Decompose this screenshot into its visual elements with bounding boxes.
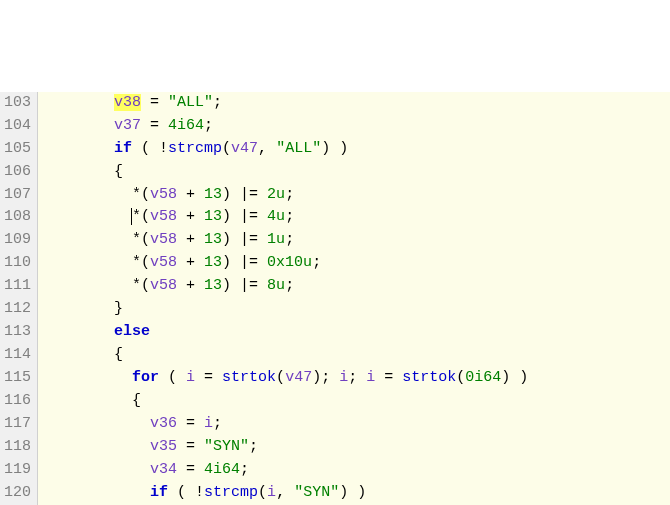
token-var: i (186, 369, 195, 386)
line-number: 112 (4, 298, 31, 321)
token-num: 4i64 (168, 117, 204, 134)
token-plain: ) |= (222, 208, 267, 225)
line-number: 117 (4, 413, 31, 436)
token-var: i (267, 484, 276, 501)
code-line[interactable]: { (42, 161, 670, 184)
token-var: v36 (150, 415, 177, 432)
token-var: v58 (150, 186, 177, 203)
line-number: 120 (4, 482, 31, 505)
token-num: 8u (267, 277, 285, 294)
code-line[interactable]: v34 = 4i64; (42, 459, 670, 482)
code-line[interactable]: v37 = 4i64; (42, 115, 670, 138)
token-num: 0i64 (465, 369, 501, 386)
token-plain: ; (312, 254, 321, 271)
token-plain: ) ) (501, 369, 528, 386)
token-plain: + (177, 254, 204, 271)
token-plain: = (141, 94, 168, 111)
token-plain: ) |= (222, 231, 267, 248)
code-line[interactable]: v36 = i; (42, 413, 670, 436)
line-number: 115 (4, 367, 31, 390)
token-plain: ) |= (222, 186, 267, 203)
code-line[interactable]: v38 = "ALL"; (42, 92, 670, 115)
line-number: 118 (4, 436, 31, 459)
token-plain: *( (132, 208, 150, 225)
token-num: 2u (267, 186, 285, 203)
code-line[interactable]: *(v58 + 13) |= 4u; (42, 206, 670, 229)
token-plain: ; (285, 231, 294, 248)
token-plain: ; (240, 461, 249, 478)
line-number: 114 (4, 344, 31, 367)
token-plain (42, 323, 114, 340)
token-var: v37 (114, 117, 141, 134)
token-var: i (204, 415, 213, 432)
token-num: 4i64 (204, 461, 240, 478)
token-num: 13 (204, 231, 222, 248)
code-line[interactable]: { (42, 344, 670, 367)
line-number: 108 (4, 206, 31, 229)
token-str: "ALL" (276, 140, 321, 157)
token-num: 13 (204, 254, 222, 271)
token-var: v38 (114, 94, 141, 111)
token-plain: { (42, 392, 141, 409)
token-plain: { (42, 163, 123, 180)
code-line[interactable]: *(v58 + 13) |= 2u; (42, 184, 670, 207)
line-number: 103 (4, 92, 31, 115)
token-num: 1u (267, 231, 285, 248)
code-line[interactable]: if ( !strcmp(v47, "ALL") ) (42, 138, 670, 161)
token-var: v58 (150, 208, 177, 225)
token-var: i (339, 369, 348, 386)
token-var: v58 (150, 254, 177, 271)
token-str: "ALL" (168, 94, 213, 111)
code-area[interactable]: v38 = "ALL"; v37 = 4i64; if ( !strcmp(v4… (38, 92, 670, 505)
token-plain: = (177, 415, 204, 432)
code-line[interactable]: else (42, 321, 670, 344)
code-line[interactable]: for ( i = strtok(v47); i; i = strtok(0i6… (42, 367, 670, 390)
line-number: 107 (4, 184, 31, 207)
token-var: v34 (150, 461, 177, 478)
code-line[interactable]: *(v58 + 13) |= 0x10u; (42, 252, 670, 275)
token-plain: ; (348, 369, 366, 386)
token-plain: *( (42, 277, 150, 294)
code-line[interactable]: if ( !strcmp(i, "SYN") ) (42, 482, 670, 505)
token-plain (42, 208, 132, 225)
code-line[interactable]: } (42, 298, 670, 321)
line-number: 105 (4, 138, 31, 161)
token-plain: ( (159, 369, 186, 386)
token-plain: ) ) (321, 140, 348, 157)
token-plain (42, 140, 114, 157)
token-plain: = (177, 461, 204, 478)
token-num: 4u (267, 208, 285, 225)
token-plain (42, 369, 132, 386)
token-plain (42, 94, 114, 111)
token-plain: ; (285, 277, 294, 294)
token-plain: ( ! (132, 140, 168, 157)
token-plain: ( (276, 369, 285, 386)
token-str: "SYN" (294, 484, 339, 501)
code-line[interactable]: *(v58 + 13) |= 8u; (42, 275, 670, 298)
line-number: 116 (4, 390, 31, 413)
code-line[interactable]: { (42, 390, 670, 413)
code-line[interactable]: v35 = "SYN"; (42, 436, 670, 459)
token-plain: *( (42, 186, 150, 203)
token-plain: ( (456, 369, 465, 386)
token-fn: strtok (222, 369, 276, 386)
line-number: 111 (4, 275, 31, 298)
token-plain: ( (222, 140, 231, 157)
token-fn: strcmp (204, 484, 258, 501)
token-plain: *( (42, 231, 150, 248)
line-number: 104 (4, 115, 31, 138)
token-var: v58 (150, 277, 177, 294)
token-kw: if (150, 484, 168, 501)
token-num: 0x10u (267, 254, 312, 271)
token-num: 13 (204, 277, 222, 294)
code-editor[interactable]: 1031041051061071081091101111121131141151… (0, 92, 670, 505)
token-plain: } (42, 300, 123, 317)
token-plain: { (42, 346, 123, 363)
line-number: 109 (4, 229, 31, 252)
token-fn: strtok (402, 369, 456, 386)
code-line[interactable]: *(v58 + 13) |= 1u; (42, 229, 670, 252)
token-plain (42, 438, 150, 455)
token-plain: + (177, 277, 204, 294)
token-plain (42, 461, 150, 478)
token-plain: ; (249, 438, 258, 455)
